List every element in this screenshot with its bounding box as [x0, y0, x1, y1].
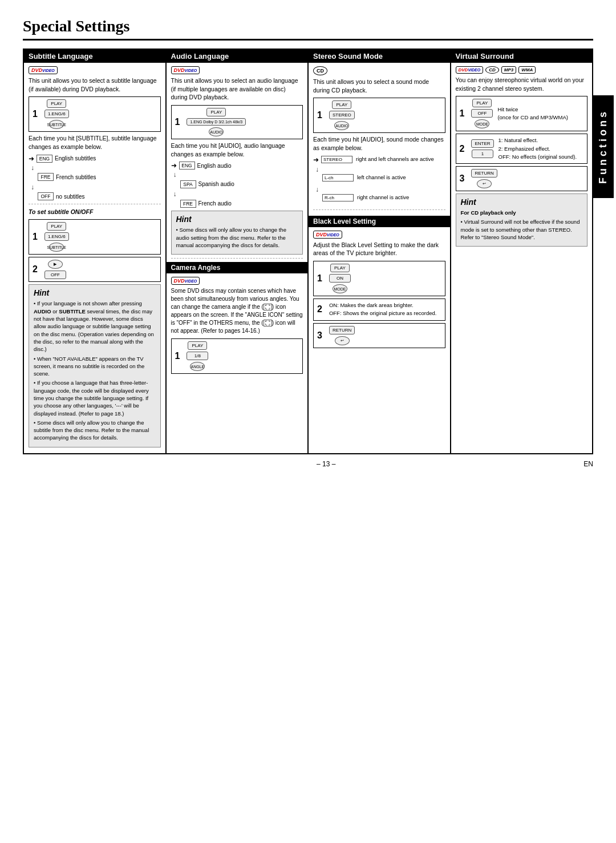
return-oval: ↩ [335, 336, 350, 345]
audio-step1-diagram: PLAY 1.ENG Dolby D 3/2.1ch 48k/3 AUDIO [187, 108, 246, 136]
col-audio-language: Audio Language DVDVIDEO This unit allows… [167, 50, 309, 454]
display-stereo: STEREO [329, 111, 355, 119]
stereo-step1-num: 1 [317, 111, 322, 120]
audio-language-table: ➜ ENG English audio ↓ SPA Spanish audio … [171, 162, 303, 208]
black-step2-num: 2 [317, 305, 322, 314]
stereo-desc: This unit allows you to select a sound m… [313, 78, 445, 94]
virtual-surround-desc: You can enjoy stereophonic virtual world… [456, 76, 588, 92]
vs-step2: 2 ENTER 1 1: Natural effect. 2: Emphasiz… [456, 134, 588, 164]
mode-btn: MODE [333, 284, 347, 293]
black-on-desc: ON: Makes the dark areas brighter. [329, 301, 437, 309]
audio-lang-fre: FRE French audio [171, 199, 303, 208]
subtitle-btn: SUBTITLE [49, 120, 64, 129]
lang-code-off: OFF [38, 192, 54, 200]
subtitle-onoff-step2: 2 ▶ OFF [29, 257, 161, 282]
play-btn3: PLAY [206, 108, 226, 116]
page-title: Special Settings [23, 17, 593, 41]
black-step1-num: 1 [317, 274, 322, 283]
display-angle: 1/8 [187, 352, 208, 360]
vs-step2-diagram: ENTER 1 [471, 139, 493, 158]
black-off-desc: OFF: Shows the original picture as recor… [329, 309, 437, 317]
page-footer: – 13 – EN [23, 460, 593, 468]
step1-diagram: PLAY 1.ENG/6 SUBTITLE [44, 99, 69, 129]
audio-btn: AUDIO [209, 127, 224, 136]
mode-stereo-desc: right and left channels are active [356, 156, 434, 163]
dvd-badge: DVDVIDEO [29, 66, 58, 74]
camera-step1-diagram: PLAY 1/8 ANGLE [187, 341, 208, 371]
play-btn7: PLAY [472, 99, 492, 107]
audio-step1-num: 1 [175, 118, 180, 127]
stereo-step1-diagram: PLAY STEREO AUDIO [329, 100, 355, 130]
subtitle-onoff-step1: 1 PLAY 1.ENG/6 SUBTITLE [29, 219, 161, 255]
return-btn: RETURN [329, 326, 355, 334]
vs-step2-num: 2 [460, 144, 465, 154]
audio-hint-bullet: • Some discs will only allow you to chan… [176, 226, 298, 249]
col-subtitle-language: Subtitle Language DVDVIDEO This unit all… [24, 50, 167, 454]
stereo-instruction: Each time you hit [AUDIO], sound mode ch… [313, 135, 445, 152]
play-btn5: PLAY [332, 100, 351, 109]
onoff-step1-num: 1 [33, 232, 38, 241]
badge-mp3: MP3 [501, 66, 516, 74]
lang-code-eng: ENG [37, 155, 52, 163]
mode-rch-desc: right channel is active [357, 194, 409, 201]
hint-title: Hint [34, 288, 156, 297]
vs-effect3: OFF: No effects (original sound). [499, 153, 577, 161]
hint-bullet3: • If you choose a language that has thre… [34, 379, 156, 417]
mode-stereo-code: STEREO [321, 156, 352, 163]
display-black: ON [329, 274, 351, 283]
hint-bullet4: • Some discs will only allow you to chan… [34, 419, 156, 442]
stereo-modes: ➜ STEREO right and left channels are act… [313, 156, 445, 204]
vs-step3: 3 RETURN ↩ [456, 166, 588, 191]
black-step3-diagram: RETURN ↩ [329, 326, 355, 345]
vs-note2: (once for CD and MP3/WMA) [497, 114, 568, 122]
onoff-step1-diagram: PLAY 1.ENG/6 SUBTITLE [44, 222, 69, 252]
stereo-mode-stereo: ➜ STEREO right and left channels are act… [313, 156, 445, 164]
subtitle-step1: 1 PLAY 1.ENG/6 SUBTITLE [29, 96, 161, 132]
virtual-surround-header: Virtual Surround [451, 50, 593, 63]
lang-row-off: OFF no subtitles [29, 192, 161, 201]
audio-step1: 1 PLAY 1.ENG Dolby D 3/2.1ch 48k/3 AUDIO [171, 105, 303, 139]
mode-lch-desc: left channel is active [357, 174, 406, 181]
dvd-badge2: DVDVIDEO [171, 66, 200, 74]
enter-btn: ENTER [471, 139, 493, 148]
stereo-sound-header: Stereo Sound Mode [309, 50, 450, 63]
display-btn: 1.ENG/6 [44, 110, 69, 118]
angle-btn: ANGLE [190, 362, 205, 371]
audio-arrow2: ↓ [171, 190, 303, 198]
camera-step1-num: 1 [175, 352, 180, 361]
audio-code-spa: SPA [180, 180, 196, 188]
vs-step1-diagram: PLAY OFF MODE [471, 99, 493, 128]
footer-right: EN [583, 460, 593, 468]
audio-hint-title: Hint [176, 215, 298, 224]
return-oval2: ↩ [477, 179, 492, 188]
audio-arrow1: ↓ [171, 171, 303, 179]
vs-effect2: 2: Emphasized effect. [499, 145, 577, 153]
stereo-step1: 1 PLAY STEREO AUDIO [313, 98, 445, 133]
return-btn2: RETURN [471, 169, 497, 178]
play-btn: PLAY [47, 99, 66, 108]
vs-step1: 1 PLAY OFF MODE Hit twice (once for CD a… [456, 96, 588, 131]
hint-bullet2: • When "NOT AVAILABLE" appears on the TV… [34, 355, 156, 378]
stereo-mode-lch: L-ch left channel is active [313, 174, 445, 184]
vs-effect1: 1: Natural effect. [499, 136, 577, 144]
audio-btn2: AUDIO [334, 121, 349, 130]
audio-lang-eng: ➜ ENG English audio [171, 162, 303, 170]
vs-hint-for-cd: For CD playback only [461, 209, 583, 216]
black-step1: 1 PLAY ON MODE [313, 261, 445, 296]
lang-desc-eng: English subtitles [55, 155, 96, 162]
onoff-step2-num: 2 [33, 265, 38, 274]
step1-num: 1 [33, 110, 38, 119]
badge-wma: WMA [518, 66, 536, 74]
black-step1-diagram: PLAY ON MODE [329, 264, 351, 293]
camera-step1: 1 PLAY 1/8 ANGLE [171, 338, 303, 374]
subtitle-language-header: Subtitle Language [24, 50, 165, 63]
subtitle-btn2: SUBTITLE [49, 243, 64, 252]
display-btn2: 1.ENG/6 [44, 232, 69, 241]
audio-code-eng: ENG [179, 162, 195, 170]
vs-hint-bullet: • Virtual Surround will not be effective… [461, 218, 583, 241]
vs-step1-num: 1 [460, 109, 465, 118]
lang-code-fre: FRE [38, 173, 54, 181]
stereo-arrow1: ↓ [313, 166, 445, 174]
lang-desc-off: no subtitles [56, 193, 85, 200]
audio-hint: Hint • Some discs will only allow you to… [171, 211, 303, 255]
